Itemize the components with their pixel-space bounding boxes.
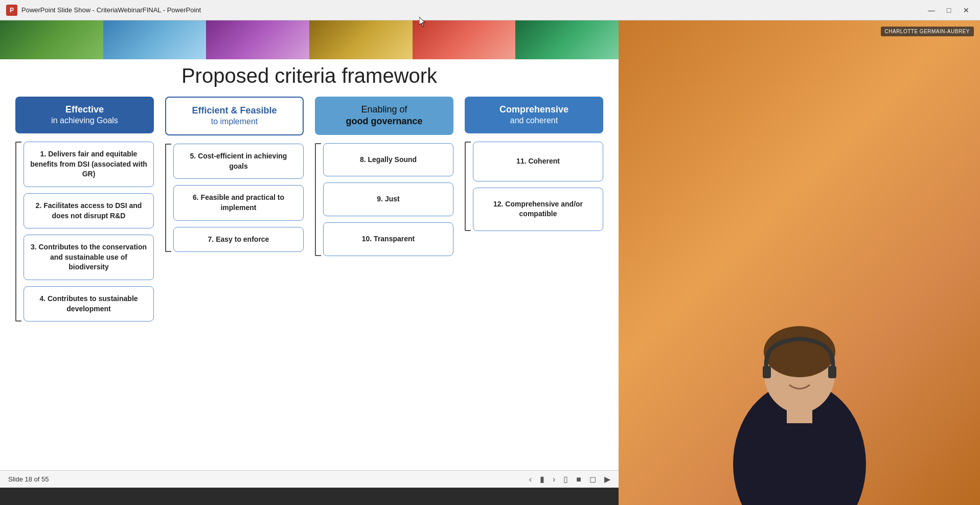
banner-image-1 bbox=[0, 20, 103, 59]
prev-slide-button[interactable]: ‹ bbox=[529, 475, 532, 484]
banner-image-3 bbox=[206, 20, 309, 59]
criterion-item-7: 7. Easy to enforce bbox=[173, 227, 304, 252]
col2-header-line2: to implement bbox=[172, 117, 297, 127]
criterion-item-9: 9. Just bbox=[323, 182, 453, 216]
column-governance: Enabling of good governance 8. Legally S… bbox=[315, 97, 453, 256]
criterion-item-2: 2. Facilitates access to DSI and does no… bbox=[24, 193, 154, 228]
columns-container: Effective in achieving Goals 1. Delivers… bbox=[15, 97, 603, 483]
criterion-item-1: 1. Delivers fair and equitable benefits … bbox=[24, 142, 154, 187]
column-effective: Effective in achieving Goals 1. Delivers… bbox=[15, 97, 154, 322]
grid-view-button[interactable]: ■ bbox=[576, 475, 581, 484]
col3-header-line1: Enabling of bbox=[321, 104, 447, 116]
svg-rect-3 bbox=[787, 403, 812, 423]
status-bar: Slide 18 of 55 ‹ ▮ › ▯ ■ ◻ ▶ bbox=[0, 470, 619, 488]
col1-items-container: 1. Delivers fair and equitable benefits … bbox=[15, 142, 154, 322]
criterion-item-5: 5. Cost-efficient in achieving goals bbox=[173, 144, 304, 179]
name-badge: CHARLOTTE GERMAIN-AUBREY bbox=[881, 27, 974, 36]
slide-content: Proposed criteria framework Effective in… bbox=[0, 59, 619, 488]
criterion-item-8: 8. Legally Sound bbox=[323, 143, 453, 177]
col4-items-container: 11. Coherent 12. Comprehensive and/or co… bbox=[465, 142, 603, 231]
criterion-item-11: 11. Coherent bbox=[473, 142, 603, 181]
slide-info: Slide 18 of 55 bbox=[8, 475, 49, 483]
svg-rect-5 bbox=[763, 366, 771, 378]
criterion-item-3: 3. Contributes to the conservation and s… bbox=[24, 235, 154, 280]
col3-header: Enabling of good governance bbox=[315, 97, 453, 135]
bracket-line-2 bbox=[165, 144, 171, 252]
next-slide-button[interactable]: › bbox=[553, 475, 555, 484]
banner-image-2 bbox=[103, 20, 207, 59]
reading-view-button[interactable]: ◻ bbox=[589, 474, 596, 484]
criterion-item-4: 4. Contributes to sustainable developmen… bbox=[24, 286, 154, 322]
col2-items: 5. Cost-efficient in achieving goals 6. … bbox=[173, 144, 304, 252]
window-controls: — □ ✕ bbox=[924, 4, 974, 17]
app-icon: P bbox=[6, 5, 17, 16]
banner-image-5 bbox=[413, 20, 516, 59]
col2-items-container: 5. Cost-efficient in achieving goals 6. … bbox=[165, 144, 304, 252]
minimize-button[interactable]: — bbox=[924, 4, 939, 17]
col1-header: Effective in achieving Goals bbox=[15, 97, 154, 133]
status-controls[interactable]: ‹ ▮ › ▯ ■ ◻ ▶ bbox=[529, 474, 610, 484]
bracket-line-3 bbox=[315, 143, 321, 256]
criterion-item-12: 12. Comprehensive and/or compatible bbox=[473, 188, 603, 231]
col4-header-line1: Comprehensive bbox=[471, 104, 597, 116]
col2-header: Efficient & Feasible to implement bbox=[165, 97, 304, 135]
col1-header-line1: Effective bbox=[21, 104, 148, 116]
col4-items: 11. Coherent 12. Comprehensive and/or co… bbox=[473, 142, 603, 231]
col2-header-line1: Efficient & Feasible bbox=[172, 105, 297, 117]
video-container: CHARLOTTE GERMAIN-AUBREY bbox=[619, 20, 980, 505]
bracket-line bbox=[15, 142, 21, 322]
col3-items-container: 8. Legally Sound 9. Just 10. Transparent bbox=[315, 143, 453, 256]
person-figure bbox=[702, 290, 897, 505]
svg-point-4 bbox=[764, 326, 835, 377]
col1-header-line2: in achieving Goals bbox=[21, 116, 148, 126]
col3-items: 8. Legally Sound 9. Just 10. Transparent bbox=[323, 143, 453, 256]
slideshow-button[interactable]: ▶ bbox=[604, 474, 610, 484]
slide-area: Proposed criteria framework Effective in… bbox=[0, 20, 619, 488]
video-panel: CHARLOTTE GERMAIN-AUBREY bbox=[619, 20, 980, 505]
banner-image-6 bbox=[515, 20, 619, 59]
banner-image-4 bbox=[309, 20, 413, 59]
bracket-line-4 bbox=[465, 142, 471, 231]
banner-strip bbox=[0, 20, 619, 59]
slide-title: Proposed criteria framework bbox=[15, 64, 603, 87]
title-bar-text: PowerPoint Slide Show - CriteriaWebinarF… bbox=[21, 6, 924, 14]
notes-button[interactable]: ▯ bbox=[563, 474, 568, 484]
maximize-button[interactable]: □ bbox=[941, 4, 956, 17]
close-button[interactable]: ✕ bbox=[959, 4, 974, 17]
svg-rect-6 bbox=[828, 366, 836, 378]
title-bar: P PowerPoint Slide Show - CriteriaWebina… bbox=[0, 0, 980, 20]
col4-header: Comprehensive and coherent bbox=[465, 97, 603, 133]
col3-header-line2: good governance bbox=[321, 116, 447, 127]
criterion-item-10: 10. Transparent bbox=[323, 222, 453, 256]
col4-header-line2: and coherent bbox=[471, 116, 597, 126]
col1-items: 1. Delivers fair and equitable benefits … bbox=[24, 142, 154, 322]
criterion-item-6: 6. Feasible and practical to implement bbox=[173, 185, 304, 220]
slide-view-button[interactable]: ▮ bbox=[540, 474, 544, 484]
column-efficient: Efficient & Feasible to implement 5. Cos… bbox=[165, 97, 304, 252]
column-comprehensive: Comprehensive and coherent 11. Coherent … bbox=[465, 97, 603, 231]
